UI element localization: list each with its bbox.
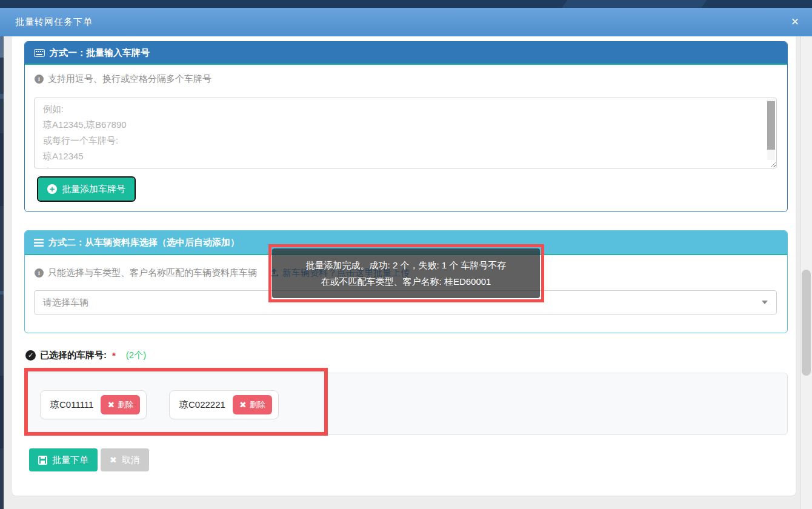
batch-submit-label: 批量下单 [52,454,88,466]
method1-header-label: 方式一：批量输入车牌号 [50,47,150,59]
check-circle-icon: ✓ [25,350,36,361]
modal-title: 批量转网任务下单 [15,16,93,28]
delete-plate-label: 删除 [250,399,265,410]
page-scrollbar[interactable] [800,36,812,509]
sidebar-seg [0,376,4,448]
cancel-button[interactable]: ✖ 取消 [101,448,149,471]
plus-circle-icon: + [47,184,57,194]
plate-number: 琼C022221 [179,399,225,411]
textarea-resize-handle[interactable] [769,161,776,167]
modal-header: 批量转网任务下单 × [0,8,812,36]
info-icon: i [35,268,44,278]
textarea-placeholder-line: 琼B67890 [43,164,768,168]
method1-card: 方式一：批量输入车牌号 i 支持用逗号、换行或空格分隔多个车牌号 例如: 琼A1… [24,41,788,212]
x-icon: ✖ [110,456,117,464]
sidebar-seg [0,291,4,294]
batch-add-plates-label: 批量添加车牌号 [62,184,125,195]
plate-chip: 琼C022221 ✖ 删除 [169,390,279,419]
sidebar-seg [0,94,4,99]
sidebar-seg [0,133,4,206]
textarea-placeholder-line: 或每行一个车牌号: [43,133,768,148]
screen: 批量转网任务下单 × 方式一：批量输入车牌号 i 支持用逗号、换行或空格分隔多个… [0,0,812,509]
selected-plates-label: 已选择的车牌号: [40,350,107,361]
sidebar-seg [0,36,4,58]
batch-submit-button[interactable]: 批量下单 [29,448,98,471]
list-icon [34,239,44,247]
textarea-placeholder-line: 琼A12345 [43,148,768,164]
required-asterisk: * [112,350,116,361]
textarea-placeholder-line: 例如: [43,101,768,117]
toast-line2: 在或不匹配车类型、客户名称: 桂ED60001 [272,273,540,290]
batch-add-plates-button[interactable]: + 批量添加车牌号 [38,178,135,201]
plates-textarea[interactable]: 例如: 琼A12345,琼B67890 或每行一个车牌号: 琼A12345 琼B… [34,98,777,168]
textarea-placeholder-line: 琼A12345,琼B67890 [43,117,768,133]
method2-header-label: 方式二：从车辆资料库选择（选中后自动添加） [48,237,239,248]
save-icon [38,456,47,465]
textarea-scrollbar-thumb[interactable] [767,101,775,150]
background-navbar [0,0,812,8]
method1-card-header: 方式一：批量输入车牌号 [25,42,787,65]
x-icon: ✖ [107,401,115,409]
selected-plates-count: (2个) [126,350,146,361]
delete-plate-button[interactable]: ✖ 删除 [101,395,140,414]
x-icon: ✖ [239,401,247,409]
delete-plate-button[interactable]: ✖ 删除 [233,395,272,414]
background-sidebar-sliver [0,36,4,509]
method1-info-row: i 支持用逗号、换行或空格分隔多个车牌号 [35,73,211,85]
keyboard-icon [34,49,45,57]
delete-plate-label: 删除 [118,399,133,410]
navbar-sheen [557,0,709,8]
cancel-label: 取消 [122,454,140,466]
toast-notification: 批量添加完成。成功: 2 个，失败: 1 个 车牌号不存 在或不匹配车类型、客户… [272,248,540,298]
close-icon[interactable]: × [787,14,804,31]
method1-info-text: 支持用逗号、换行或空格分隔多个车牌号 [48,73,211,85]
selected-plates-heading: ✓ 已选择的车牌号: * (2个) [25,350,146,361]
info-icon: i [35,75,44,84]
method2-info-text: 只能选择与车类型、客户名称匹配的车辆资料库车辆 [48,267,257,279]
chevron-down-icon [762,301,768,304]
page-scrollbar-thumb[interactable] [802,270,811,376]
selected-plates-panel: 琼C011111 ✖ 删除 琼C022221 ✖ 删除 [24,373,788,435]
toast-line1: 批量添加完成。成功: 2 个，失败: 1 个 车牌号不存 [272,257,540,273]
plate-number: 琼C011111 [50,399,93,411]
plate-chip: 琼C011111 ✖ 删除 [40,390,147,419]
vehicle-select-placeholder: 请选择车辆 [43,297,762,308]
